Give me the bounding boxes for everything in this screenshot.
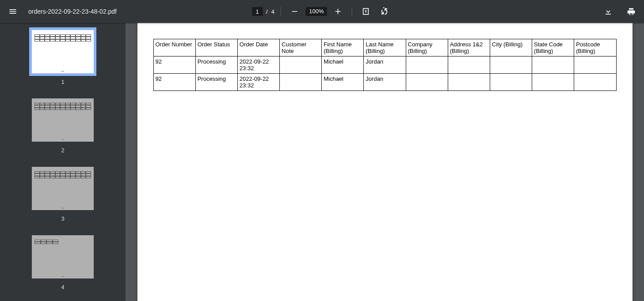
column-header: Company (Billing)	[406, 39, 448, 56]
document-title: orders-2022-09-22-23-48-02.pdf	[28, 8, 117, 15]
thumbnail-page-1[interactable]	[32, 30, 94, 73]
table-cell: Michael	[322, 56, 364, 74]
rotate-icon[interactable]	[377, 4, 392, 19]
column-header: Order Date	[237, 39, 279, 56]
thumbnail-label: 1	[61, 79, 64, 85]
column-header: First Name (Billing)	[322, 39, 364, 56]
column-header: Last Name (Billing)	[364, 39, 406, 56]
zoom-out-icon[interactable]	[287, 4, 302, 19]
table-cell	[532, 74, 574, 91]
table-cell	[532, 56, 574, 74]
thumbnail-label: 4	[61, 284, 64, 290]
table-cell	[280, 74, 322, 91]
zoom-in-icon[interactable]	[331, 4, 346, 19]
divider	[281, 7, 281, 16]
table-row: 92Processing2022-09-22 23:32MichaelJorda…	[153, 74, 616, 91]
table-cell: 2022-09-22 23:32	[237, 56, 279, 74]
table-cell	[574, 56, 616, 74]
page-number-input[interactable]	[252, 7, 263, 16]
page-viewer[interactable]: Order NumberOrder StatusOrder DateCustom…	[126, 23, 644, 301]
table-cell: Jordan	[364, 74, 406, 91]
table-cell	[490, 74, 532, 91]
pdf-page-1: Order NumberOrder StatusOrder DateCustom…	[137, 23, 633, 301]
table-cell: 92	[153, 74, 195, 91]
column-header: State Code (Billing)	[532, 39, 574, 56]
table-cell	[280, 56, 322, 74]
table-cell	[448, 74, 490, 91]
table-cell: Jordan	[364, 56, 406, 74]
thumbnail-page-4[interactable]	[32, 235, 94, 278]
table-cell: 2022-09-22 23:32	[237, 74, 279, 91]
thumbnail-label: 3	[61, 215, 64, 222]
table-cell: Processing	[195, 56, 237, 74]
download-icon[interactable]	[601, 4, 616, 19]
table-cell: Michael	[322, 74, 364, 91]
column-header: Postcode (Billing)	[574, 39, 616, 56]
table-cell: Processing	[195, 74, 237, 91]
divider	[352, 7, 352, 16]
table-cell	[574, 74, 616, 91]
page-sep: /	[266, 8, 268, 15]
toolbar: orders-2022-09-22-23-48-02.pdf / 4 100%	[0, 0, 644, 23]
column-header: Order Number	[153, 39, 195, 56]
table-cell	[490, 56, 532, 74]
orders-table: Order NumberOrder StatusOrder DateCustom…	[153, 39, 617, 91]
zoom-level[interactable]: 100%	[306, 7, 327, 16]
page-total: 4	[271, 8, 274, 15]
table-cell: 92	[153, 56, 195, 74]
fit-page-icon[interactable]	[358, 4, 373, 19]
table-cell	[406, 74, 448, 91]
table-row: 92Processing2022-09-22 23:32MichaelJorda…	[153, 56, 616, 74]
column-header: Address 1&2 (Billing)	[448, 39, 490, 56]
column-header: Order Status	[195, 39, 237, 56]
table-cell	[448, 56, 490, 74]
column-header: City (Billing)	[490, 39, 532, 56]
thumbnail-sidebar[interactable]: 1234	[0, 23, 126, 301]
column-header: Customer Note	[280, 39, 322, 56]
thumbnail-page-3[interactable]	[32, 167, 94, 210]
table-cell	[406, 56, 448, 74]
print-icon[interactable]	[624, 4, 639, 19]
menu-icon[interactable]	[5, 4, 20, 19]
thumbnail-page-2[interactable]	[32, 98, 94, 142]
thumbnail-label: 2	[61, 147, 64, 154]
